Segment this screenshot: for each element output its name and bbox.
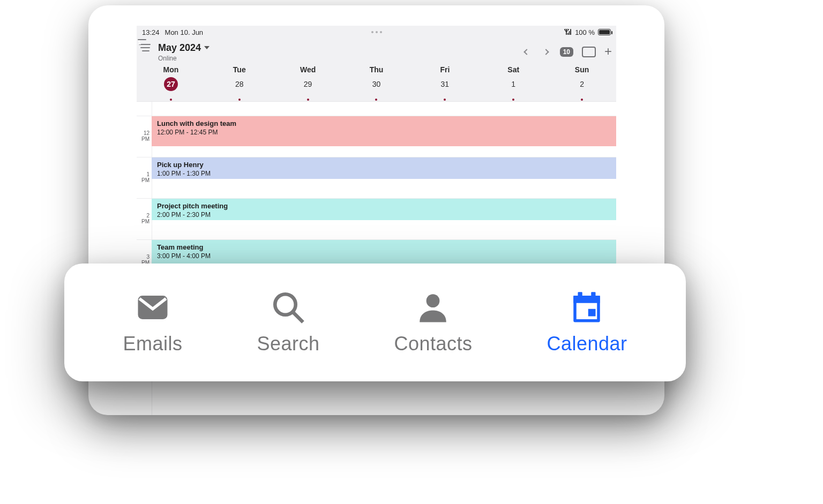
status-bar: 13:24 Mon 10. Jun 📶︎ 100 % <box>137 26 616 39</box>
day-label: Wed <box>274 65 342 74</box>
day-column-thu[interactable]: Thu30 <box>342 65 411 101</box>
day-column-fri[interactable]: Fri31 <box>410 65 479 101</box>
tab-label: Calendar <box>547 333 627 355</box>
day-label: Thu <box>342 65 411 74</box>
month-label: May 2024 <box>158 42 201 54</box>
svg-rect-9 <box>588 309 596 317</box>
add-event-button[interactable]: + <box>604 48 612 55</box>
day-label: Fri <box>410 65 479 74</box>
event-title: Lunch with design team <box>157 119 611 127</box>
calendar-header: 1 May 2024 Online 10 + <box>137 39 616 63</box>
wifi-icon: 📶︎ <box>564 28 572 36</box>
day-number: 1 <box>506 77 520 91</box>
event-indicator <box>137 93 205 96</box>
bottom-tab-bar: Emails Search Contacts <box>64 264 686 381</box>
day-label: Sun <box>548 65 616 74</box>
event-indicator <box>205 93 274 96</box>
day-number: 30 <box>369 77 383 91</box>
day-label: Tue <box>205 65 274 74</box>
day-number: 29 <box>301 77 315 91</box>
hour-row-2: 2PM Project pitch meeting 2:00 PM - 2:30… <box>137 198 616 239</box>
day-column-mon[interactable]: Mon27 <box>137 65 205 101</box>
next-week-button[interactable] <box>541 47 551 57</box>
person-icon <box>414 290 452 325</box>
day-number: 31 <box>438 77 452 91</box>
today-button[interactable]: 10 <box>560 47 573 57</box>
calendar-icon <box>568 290 605 325</box>
day-column-sat[interactable]: Sat1 <box>479 65 548 101</box>
hour-label: 2PM <box>137 199 152 239</box>
view-toggle-button[interactable] <box>582 47 596 57</box>
day-label: Sat <box>479 65 548 74</box>
month-selector[interactable]: May 2024 <box>158 42 210 54</box>
event-time: 2:00 PM - 2:30 PM <box>157 211 611 219</box>
day-column-tue[interactable]: Tue28 <box>205 65 274 101</box>
prev-week-button[interactable] <box>521 47 532 57</box>
hour-label: 12PM <box>137 116 152 157</box>
hour-row-1: 1PM Pick up Henry 1:00 PM - 1:30 PM <box>137 157 616 198</box>
svg-rect-7 <box>574 296 601 303</box>
multitask-dots-icon <box>371 31 382 33</box>
mail-icon <box>134 290 171 325</box>
status-time: 13:24 <box>142 28 160 36</box>
day-column-sun[interactable]: Sun2 <box>548 65 616 101</box>
day-label: Mon <box>137 65 205 74</box>
event-pickup[interactable]: Pick up Henry 1:00 PM - 1:30 PM <box>152 157 616 179</box>
status-date: Mon 10. Jun <box>165 28 204 36</box>
menu-badge: 1 <box>138 39 146 40</box>
day-column-wed[interactable]: Wed29 <box>274 65 342 101</box>
battery-icon <box>598 29 611 35</box>
tab-label: Search <box>257 333 319 355</box>
event-lunch[interactable]: Lunch with design team 12:00 PM - 12:45 … <box>152 116 616 146</box>
event-indicator <box>274 93 342 96</box>
event-indicator <box>479 93 548 96</box>
hour-label: 1PM <box>137 157 152 198</box>
tab-label: Contacts <box>394 333 472 355</box>
svg-point-1 <box>275 294 296 315</box>
event-indicator <box>342 93 411 96</box>
event-title: Project pitch meeting <box>157 202 611 210</box>
connection-status: Online <box>158 55 210 62</box>
tab-contacts[interactable]: Contacts <box>394 290 472 355</box>
hour-row-12: 12PM Lunch with design team 12:00 PM - 1… <box>137 116 616 157</box>
svg-point-3 <box>427 294 440 307</box>
tab-calendar[interactable]: Calendar <box>547 290 627 355</box>
svg-line-2 <box>293 312 303 322</box>
day-number: 2 <box>575 77 589 91</box>
day-number: 27 <box>164 77 178 91</box>
event-title: Team meeting <box>157 243 611 251</box>
event-time: 12:00 PM - 12:45 PM <box>157 129 611 136</box>
caret-down-icon <box>204 46 210 49</box>
tab-emails[interactable]: Emails <box>123 290 182 355</box>
event-indicator <box>548 93 616 96</box>
status-battery: 100 % <box>575 28 595 36</box>
day-number: 28 <box>233 77 246 91</box>
tab-search[interactable]: Search <box>257 290 319 355</box>
week-day-row: Mon27Tue28Wed29Thu30Fri31Sat1Sun2 <box>137 63 616 101</box>
event-time: 3:00 PM - 4:00 PM <box>157 252 611 260</box>
event-time: 1:00 PM - 1:30 PM <box>157 170 611 177</box>
menu-icon[interactable]: 1 <box>139 42 153 53</box>
tab-label: Emails <box>123 333 182 355</box>
search-icon <box>270 290 307 325</box>
event-pitch[interactable]: Project pitch meeting 2:00 PM - 2:30 PM <box>152 199 616 220</box>
event-indicator <box>410 93 479 96</box>
event-title: Pick up Henry <box>157 161 611 169</box>
